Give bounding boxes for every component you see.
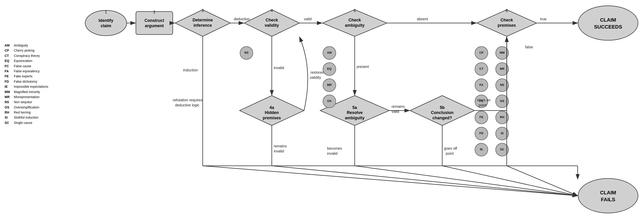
label-refutation: refutation requires (173, 98, 202, 102)
legend-code: SC (4, 120, 12, 125)
legend-code: SI (4, 115, 12, 120)
legend-item: FEFake experts (4, 74, 83, 79)
svg-text:5b: 5b (440, 105, 444, 110)
svg-text:argument: argument (145, 24, 164, 28)
svg-text:6: 6 (506, 9, 508, 13)
svg-text:5a: 5a (352, 105, 357, 110)
legend-item: IEImpossible expectations (4, 84, 83, 89)
legend-description: Oversimplification (14, 105, 39, 110)
svg-text:validity: validity (310, 76, 321, 80)
label-remains-valid: remains (392, 104, 405, 108)
legend-item: RHRed herring (4, 110, 83, 115)
legend-item: AMAmbiguity (4, 43, 83, 48)
legend-description: Fake experts (14, 74, 32, 79)
svg-text:inference: inference (194, 23, 212, 28)
legend-code: MM (4, 89, 12, 94)
node-claim-fails (578, 178, 638, 213)
legend-code: NS (4, 100, 12, 104)
label-remains-invalid: remains (274, 144, 287, 148)
label-restores: restores (310, 70, 324, 74)
main-container: AMAmbiguityCPCherry pickingCTConspiracy … (0, 0, 644, 216)
svg-text:premises: premises (498, 23, 516, 28)
svg-text:Check: Check (266, 18, 278, 22)
legend-code: CT (4, 53, 12, 58)
fallacies-legend: AMAmbiguityCPCherry pickingCTConspiracy … (4, 42, 83, 125)
svg-text:CT: CT (479, 67, 483, 70)
legend-item: FAFalse equivalency (4, 68, 83, 74)
arrow-4a-restore (300, 37, 308, 110)
svg-text:MR: MR (327, 83, 332, 86)
svg-text:FD: FD (479, 132, 483, 135)
svg-text:invalid: invalid (327, 152, 338, 156)
legend-description: Slothful induction (14, 115, 38, 120)
svg-text:changed?: changed? (432, 116, 452, 120)
node-identify-claim-label2: claim (101, 24, 111, 28)
svg-text:3: 3 (202, 9, 204, 13)
legend-description: Magnified minority (14, 89, 40, 94)
legend-item: SCSingle cause (4, 120, 83, 125)
label-valid: valid (304, 17, 312, 21)
legend-item: MMMagnified minority (4, 89, 83, 94)
legend-item: CTConspiracy theory (4, 53, 83, 58)
svg-text:point: point (478, 103, 487, 107)
label-true: true (540, 17, 546, 21)
svg-text:invalid: invalid (274, 149, 284, 153)
arrow-5b-fail (442, 166, 578, 196)
legend-item: OSOversimplification (4, 105, 83, 110)
legend-code: FC (4, 64, 12, 68)
legend-description: Red herring (14, 110, 31, 115)
svg-text:Check: Check (500, 18, 513, 22)
node-identify-claim-label: Identify (98, 18, 113, 23)
svg-text:SC: SC (500, 148, 504, 151)
svg-text:4: 4 (271, 9, 273, 13)
node-construct-arg (136, 12, 173, 34)
legend-items: AMAmbiguityCPCherry pickingCTConspiracy … (4, 43, 83, 125)
svg-text:RH: RH (500, 115, 504, 119)
svg-text:valid: valid (392, 110, 399, 114)
legend-description: Conspiracy theory (14, 53, 40, 58)
svg-text:ambiguity: ambiguity (345, 116, 364, 120)
label-absent: absent (417, 17, 428, 21)
svg-text:OS: OS (500, 99, 504, 103)
svg-text:IE: IE (480, 148, 483, 151)
svg-text:5: 5 (354, 9, 356, 13)
svg-text:2: 2 (154, 10, 156, 14)
svg-text:validity: validity (265, 23, 279, 28)
svg-text:MR: MR (500, 67, 505, 70)
legend-description: Single cause (14, 120, 32, 125)
label-deduction: deduction (234, 17, 250, 21)
legend-code: IE (4, 84, 12, 89)
svg-text:FA: FA (480, 83, 484, 86)
legend-code: RH (4, 110, 12, 115)
legend-description: Misrepresentation (14, 94, 40, 100)
arrow-4a-fail (272, 166, 578, 196)
legend-item: EQEquivocation (4, 58, 83, 63)
label-induction: induction (183, 68, 198, 72)
svg-text:deductive logic: deductive logic (175, 103, 200, 107)
legend-description: Impossible expectations (14, 84, 48, 89)
svg-text:CLAIM: CLAIM (600, 190, 616, 196)
legend-item: FDFalse dichotomy (4, 79, 83, 84)
svg-text:Hidden: Hidden (265, 110, 279, 115)
svg-text:FAILS: FAILS (601, 197, 615, 202)
svg-text:MM: MM (500, 51, 505, 54)
svg-text:SUCCEEDS: SUCCEEDS (594, 24, 622, 30)
label-stays-on-point: stays on (477, 98, 490, 102)
svg-text:AM: AM (327, 51, 332, 54)
flowchart-svg: Identify claim 1 Construct argument 2 De… (83, 0, 640, 216)
legend-code: EQ (4, 58, 12, 63)
svg-text:point: point (446, 152, 454, 156)
legend-code: OS (4, 105, 12, 110)
legend-code: AM (4, 43, 12, 48)
legend-code: FA (4, 68, 12, 74)
legend-code: MR (4, 94, 12, 100)
svg-text:1: 1 (105, 10, 107, 14)
svg-text:CP: CP (479, 51, 484, 54)
svg-text:FE: FE (480, 115, 484, 119)
svg-text:4a: 4a (270, 105, 274, 110)
legend-description: False dichotomy (14, 79, 37, 84)
svg-text:OS: OS (327, 99, 332, 103)
legend-item: CPCherry picking (4, 48, 83, 53)
legend-item: SISlothful induction (4, 115, 83, 120)
legend-description: Non sequitur (14, 100, 32, 104)
